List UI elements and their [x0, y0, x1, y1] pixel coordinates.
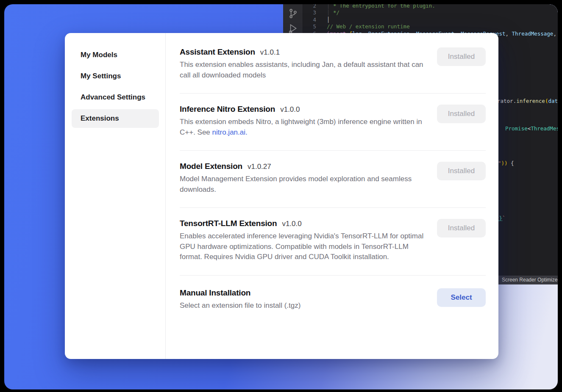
extension-description: Enables accelerated inference leveraging… — [180, 231, 428, 262]
extension-name: Manual Installation — [180, 288, 250, 298]
settings-sidebar: My ModelsMy SettingsAdvanced SettingsExt… — [65, 33, 165, 359]
code-lines: 2 │ * The entrypoint for the plugin. 3 │… — [303, 4, 558, 37]
source-control-icon[interactable] — [287, 8, 298, 19]
code-line: 5 // Web / extension runtime — [303, 23, 558, 30]
run-debug-icon[interactable] — [287, 23, 298, 34]
code-fragment: Promise<ThreadMessage> — [505, 125, 558, 132]
extension-version: v1.0.0 — [280, 105, 300, 114]
extension-row: Assistant Extension v1.0.1 This extensio… — [180, 36, 486, 94]
code-line: 3 │ */ — [303, 9, 558, 16]
line-number: 2 — [303, 4, 316, 9]
extension-name: Inference Nitro Extension — [180, 105, 275, 114]
extension-version: v1.0.0 — [282, 220, 301, 228]
extensions-list: Assistant Extension v1.0.1 This extensio… — [166, 33, 498, 359]
sidebar-item-advanced-settings[interactable]: Advanced Settings — [72, 88, 159, 107]
extension-name: Model Extension — [180, 162, 242, 171]
line-number: 4 — [303, 17, 316, 23]
extension-row: Inference Nitro Extension v1.0.0 This ex… — [180, 94, 486, 151]
code-line: 2 │ * The entrypoint for the plugin. — [303, 4, 558, 9]
extension-row: TensortRT-LLM Extension v1.0.0 Enables a… — [180, 208, 486, 276]
installed-button[interactable]: Installed — [437, 105, 486, 123]
select-button[interactable]: Select — [437, 288, 486, 307]
installed-button[interactable]: Installed — [437, 47, 486, 66]
desktop-capture: 2 │ * The entrypoint for the plugin. 3 │… — [4, 4, 558, 389]
extension-description: This extension enables assistants, inclu… — [180, 60, 428, 80]
line-number: 3 — [303, 9, 316, 16]
extension-link[interactable]: nitro.jan.ai. — [212, 128, 248, 136]
extension-name: Assistant Extension — [180, 47, 255, 57]
code-fragment: rator.inference(data)); — [497, 98, 558, 105]
extension-row: Manual Installation Select an extension … — [180, 276, 486, 324]
extension-row: Model Extension v1.0.27 Model Management… — [180, 151, 486, 208]
extension-description: This extension embeds Nitro, a lightweig… — [180, 117, 428, 138]
code-line: 4 │ — [303, 17, 558, 23]
line-number: 5 — [303, 23, 316, 30]
extension-name: TensortRT-LLM Extension — [180, 219, 277, 228]
code-fragment: ")) { — [498, 160, 514, 167]
sidebar-item-extensions[interactable]: Extensions — [72, 109, 159, 128]
extension-description: Model Management Extension provides mode… — [180, 174, 428, 195]
extension-version: v1.0.1 — [260, 48, 280, 57]
sidebar-item-my-settings[interactable]: My Settings — [72, 67, 159, 86]
sidebar-item-my-models[interactable]: My Models — [72, 46, 159, 64]
installed-button[interactable]: Installed — [437, 162, 486, 180]
installed-button[interactable]: Installed — [437, 219, 486, 237]
extension-description: Select an extension file to install (.tg… — [180, 301, 300, 311]
screen-reader-status-item[interactable]: Screen Reader Optimized — [498, 276, 558, 284]
extension-version: v1.0.27 — [248, 163, 271, 171]
settings-modal: My ModelsMy SettingsAdvanced SettingsExt… — [65, 33, 498, 359]
